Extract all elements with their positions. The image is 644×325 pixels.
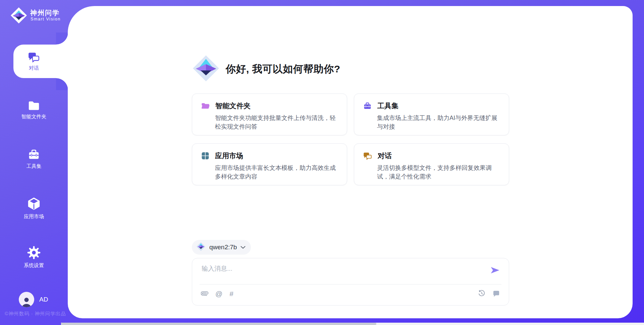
card-description: 智能文件夹功能支持批量文件上传与清洗，轻松实现文件问答 <box>215 114 339 131</box>
assistant-logo-icon <box>192 54 220 84</box>
sidebar-item-app-market[interactable]: 应用市场 <box>0 196 68 220</box>
user-profile[interactable]: AD <box>19 292 48 307</box>
card-description: 灵活切换多模型文件，支持多样回复效果调试，满足个性化需求 <box>377 164 501 181</box>
card-chat[interactable]: 对话 灵活切换多模型文件，支持多样回复效果调试，满足个性化需求 <box>354 143 509 185</box>
cube-icon <box>26 196 41 211</box>
composer-toolbar: @ # <box>201 284 500 303</box>
sidebar-item-label: 智能文件夹 <box>21 114 47 120</box>
sidebar: 神州问学 Smart Vision 对话 智 <box>0 0 68 325</box>
card-app-market[interactable]: 应用市场 应用市场提供丰富长文本模板，助力高效生成多样化文章内容 <box>192 143 347 185</box>
chat-bubbles-icon <box>28 52 40 63</box>
brand-subtitle: Smart Vision <box>31 17 61 21</box>
feature-cards: 智能文件夹 智能文件夹功能支持批量文件上传与清洗，轻松实现文件问答 <box>192 93 509 185</box>
model-logo-icon <box>196 242 206 253</box>
model-name: qwen2:7b <box>209 244 237 251</box>
toolbox-icon <box>27 148 41 161</box>
quick-phrase-icon[interactable] <box>492 290 500 297</box>
active-tab-curve-bottom <box>56 78 68 90</box>
chevron-down-icon <box>240 246 246 249</box>
card-description: 应用市场提供丰富长文本模板，助力高效生成多样化文章内容 <box>215 164 339 181</box>
copyright-note: ©神州数码 · 神州问学出品 <box>5 311 66 317</box>
avatar <box>19 292 34 307</box>
message-composer: @ # <box>192 258 509 306</box>
scrollbar-thumb[interactable] <box>61 323 376 325</box>
card-toolset[interactable]: 工具集 集成市场上主流工具，助力AI与外界无缝扩展与对接 <box>354 93 509 135</box>
chat-bubbles-icon <box>363 152 372 160</box>
history-icon[interactable] <box>478 290 485 297</box>
toolbox-icon <box>363 102 372 110</box>
app-grid-icon <box>201 151 210 160</box>
folder-open-icon <box>201 102 210 110</box>
sidebar-item-settings[interactable]: 系统设置 <box>0 245 68 269</box>
card-title: 对话 <box>378 151 392 160</box>
card-smart-folder[interactable]: 智能文件夹 智能文件夹功能支持批量文件上传与清洗，轻松实现文件问答 <box>192 93 347 135</box>
model-selector[interactable]: qwen2:7b <box>192 240 251 255</box>
card-description: 集成市场上主流工具，助力AI与外界无缝扩展与对接 <box>377 114 501 131</box>
active-tab-curve-top <box>56 32 68 45</box>
folder-icon <box>27 99 41 111</box>
user-initials: AD <box>39 296 48 303</box>
main-panel: 你好, 我可以如何帮助你? 智能文件夹 智能文件夹功能支持批量文件上传与清洗，轻… <box>68 6 633 318</box>
sidebar-item-chat[interactable]: 对话 <box>13 45 68 78</box>
card-title: 应用市场 <box>215 151 243 160</box>
sidebar-item-smart-folder[interactable]: 智能文件夹 <box>0 99 68 120</box>
card-title: 智能文件夹 <box>215 101 251 111</box>
card-title: 工具集 <box>377 101 398 111</box>
brand-name: 神州问学 <box>30 8 60 17</box>
attachment-icon[interactable] <box>201 290 208 297</box>
sidebar-item-label: 系统设置 <box>24 262 44 269</box>
mention-icon[interactable]: @ <box>215 290 222 297</box>
gear-icon <box>26 245 41 260</box>
send-button[interactable] <box>490 266 500 274</box>
welcome-header: 你好, 我可以如何帮助你? <box>192 54 340 84</box>
sidebar-item-label: 应用市场 <box>24 213 44 220</box>
hashtag-icon[interactable]: # <box>229 290 233 297</box>
app-window: 神州问学 Smart Vision 对话 智 <box>0 0 644 325</box>
sidebar-item-label: 工具集 <box>26 163 42 170</box>
sidebar-item-label: 对话 <box>29 65 39 71</box>
greeting-title: 你好, 我可以如何帮助你? <box>226 62 340 76</box>
horizontal-scrollbar[interactable] <box>61 323 644 325</box>
brand-logo-icon <box>10 7 28 25</box>
sidebar-item-toolset[interactable]: 工具集 <box>0 148 68 170</box>
message-input[interactable] <box>201 264 481 282</box>
